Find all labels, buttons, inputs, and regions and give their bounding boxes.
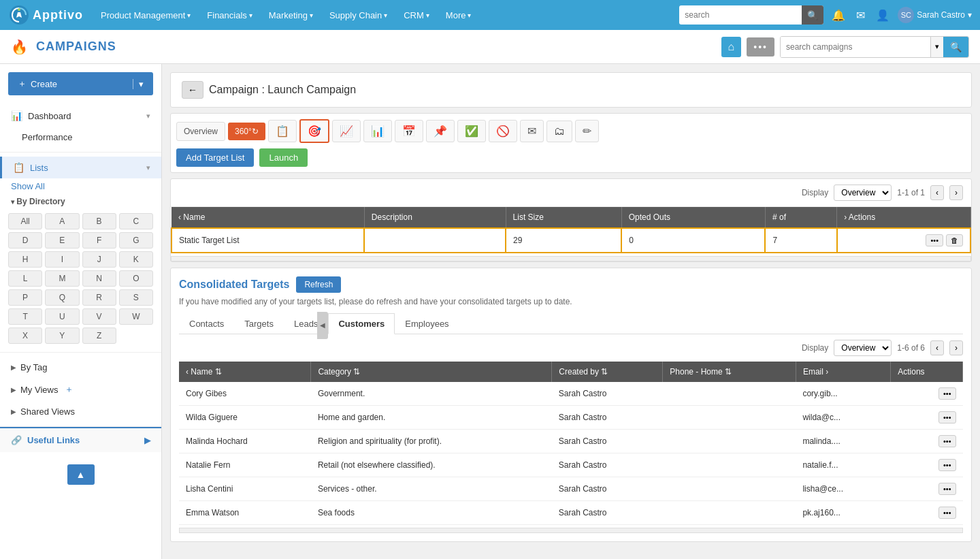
add-view-icon[interactable]: ＋ [65,383,74,396]
alpha-btn-d[interactable]: D [8,232,42,249]
nav-financials[interactable]: Financials ▾ [201,7,258,23]
global-search-input[interactable] [679,10,802,20]
launch-button[interactable]: Launch [259,148,308,167]
row-menu-button[interactable]: ••• [926,234,943,246]
tab-details[interactable]: 📋 [268,120,297,142]
sub-tab-employees[interactable]: Employees [395,313,459,334]
alpha-btn-s[interactable]: S [119,289,153,306]
sidebar-item-useful-links[interactable]: 🔗 Useful Links ▶ [0,427,161,452]
cust-row-menu-button[interactable]: ••• [938,459,956,471]
global-search-button[interactable]: 🔍 [802,5,823,25]
alpha-btn-j[interactable]: J [82,251,116,268]
cust-row-menu-button[interactable]: ••• [938,435,956,447]
alpha-btn-g[interactable]: G [119,232,153,249]
alpha-btn-y[interactable]: Y [45,328,79,344]
cust-row-category: Home and garden. [311,406,552,430]
customers-display-select[interactable]: Overview [834,340,892,356]
cust-row-phone [663,477,796,501]
row-optedouts: 0 [621,228,765,253]
sidebar-item-my-views[interactable]: ▶ My Views ＋ [0,378,161,401]
sidebar-item-dashboard[interactable]: 📊 Dashboard ▾ [0,105,161,127]
alpha-btn-u[interactable]: U [45,308,79,325]
user-menu[interactable]: SC Sarah Castro ▾ [898,7,972,23]
cust-row-menu-button[interactable]: ••• [938,387,956,400]
tab-chart[interactable]: 📈 [332,120,361,142]
cust-row-menu-button[interactable]: ••• [938,483,956,495]
alpha-btn-k[interactable]: K [119,251,153,268]
alpha-btn-m[interactable]: M [45,270,79,287]
display-select[interactable]: Overview [834,185,892,201]
prev-page-button[interactable]: ‹ [930,185,944,200]
home-button[interactable]: ⌂ [721,37,742,57]
tab-check[interactable]: ✅ [457,120,486,142]
alpha-btn-i[interactable]: I [45,251,79,268]
tab-grid[interactable]: 📊 [363,120,392,142]
search-campaigns-dropdown[interactable]: ▾ [930,37,943,57]
alpha-btn-f[interactable]: F [82,232,116,249]
shared-views-arrow: ▶ [11,408,16,415]
sub-tab-customers[interactable]: Customers [328,313,395,334]
alpha-btn-e[interactable]: E [45,232,79,249]
back-button[interactable]: ← [182,81,203,99]
alpha-btn-t[interactable]: T [8,308,42,325]
scroll-up-button[interactable]: ▲ [67,464,95,485]
tab-row: Overview 360°↻ 📋 🎯 📈 📊 📅 📌 ✅ 🚫 ✉ 🗂 ✏ [176,119,966,143]
messages-icon[interactable]: ✉ [853,7,868,23]
contacts-icon[interactable]: 👤 [873,7,892,23]
show-all-link[interactable]: Show All [0,178,161,194]
cust-row-menu-button[interactable]: ••• [938,507,956,519]
alpha-btn-r[interactable]: R [82,289,116,306]
customers-next-button[interactable]: › [949,340,963,355]
notifications-icon[interactable]: 🔔 [829,7,848,23]
tab-block[interactable]: 🚫 [489,120,517,142]
alpha-btn-c[interactable]: C [119,213,153,229]
more-dots-button[interactable]: ••• [747,37,774,57]
alpha-btn-w[interactable]: W [119,308,153,325]
add-target-list-button[interactable]: Add Target List [176,148,254,167]
tab-edit[interactable]: ✏ [575,120,599,142]
tab-email[interactable]: ✉ [520,120,544,142]
alpha-btn-h[interactable]: H [8,251,42,268]
sub-tab-contacts[interactable]: Contacts [179,313,234,334]
nav-more[interactable]: More ▾ [440,7,477,23]
sidebar-item-by-tag[interactable]: ▶ By Tag [0,357,161,378]
tab-overview[interactable]: Overview [176,122,225,141]
nav-product-management[interactable]: Product Management ▾ [95,7,196,23]
alpha-btn-all[interactable]: All [8,213,42,229]
sub-tab-targets[interactable]: Targets [234,313,284,334]
alpha-btn-v[interactable]: V [82,308,116,325]
global-search-box[interactable]: 🔍 [679,5,823,25]
cust-row-menu-button[interactable]: ••• [938,411,956,424]
nav-crm[interactable]: CRM ▾ [398,7,435,23]
tab-target[interactable]: 🎯 [299,119,329,143]
tab-360[interactable]: 360°↻ [228,123,265,140]
tab-calendar[interactable]: 📅 [395,120,423,142]
nav-supply-chain[interactable]: Supply Chain ▾ [324,7,393,23]
refresh-button[interactable]: Refresh [296,276,341,293]
customers-horizontal-scrollbar[interactable] [179,528,963,533]
alpha-btn-b[interactable]: B [82,213,116,229]
nav-marketing[interactable]: Marketing ▾ [263,7,318,23]
search-campaigns-go-button[interactable]: 🔍 [943,37,968,57]
sidebar-item-lists[interactable]: 📋 Lists ▾ [0,157,161,178]
tab-files[interactable]: 🗂 [546,121,572,142]
alpha-btn-x[interactable]: X [8,328,42,344]
alpha-btn-q[interactable]: Q [45,289,79,306]
horizontal-scrollbar[interactable] [171,256,971,261]
alpha-btn-n[interactable]: N [82,270,116,287]
create-button[interactable]: ＋ Create ▾ [8,72,153,95]
alpha-btn-a[interactable]: A [45,213,79,229]
alpha-btn-o[interactable]: O [119,270,153,287]
tab-pin[interactable]: 📌 [426,120,455,142]
customers-prev-button[interactable]: ‹ [930,340,944,355]
alpha-btn-l[interactable]: L [8,270,42,287]
sidebar-item-performance[interactable]: Performance [0,127,161,148]
search-campaigns-input[interactable] [781,37,930,57]
row-delete-button[interactable]: 🗑 [946,234,963,246]
alpha-btn-p[interactable]: P [8,289,42,306]
alpha-btn-z[interactable]: Z [82,328,116,344]
sidebar-item-shared-views[interactable]: ▶ Shared Views [0,401,161,422]
app-logo[interactable]: Apptivo [8,4,83,26]
sidebar-collapse-button[interactable]: ◀ [317,312,328,339]
next-page-button[interactable]: › [949,185,963,200]
